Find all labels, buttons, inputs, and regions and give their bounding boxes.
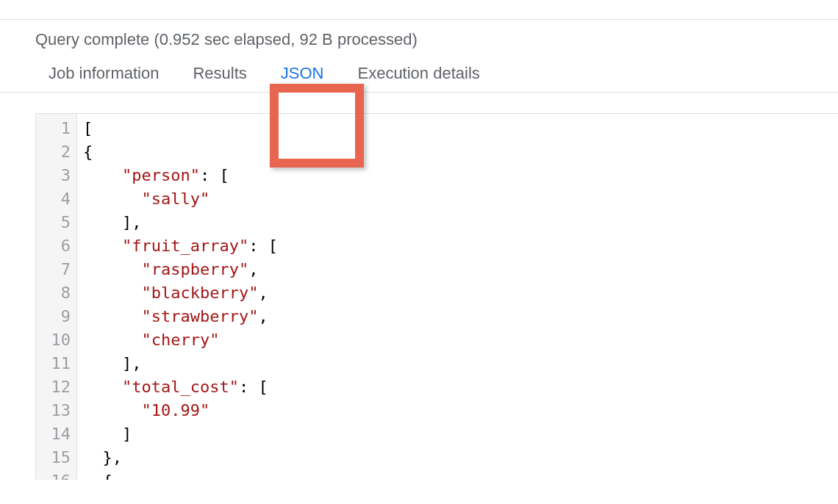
code-line: "sally"	[83, 187, 278, 211]
line-number-gutter: 12345678910111213141516	[36, 114, 77, 480]
tab-json[interactable]: JSON	[268, 57, 337, 92]
code-line: "fruit_array": [	[83, 234, 278, 258]
tab-job-information[interactable]: Job information	[35, 57, 172, 92]
code-line: ]	[83, 422, 278, 446]
code-line: [	[83, 117, 278, 140]
results-tabs: Job information Results JSON Execution d…	[0, 57, 838, 93]
code-line: "strawberry",	[83, 305, 278, 328]
tab-results[interactable]: Results	[179, 57, 259, 92]
code-line: "total_cost": [	[83, 375, 278, 399]
code-line: },	[83, 446, 278, 469]
code-line: "blackberry",	[83, 281, 278, 305]
code-line: ],	[83, 352, 278, 375]
code-line: {	[83, 469, 278, 480]
code-line: "raspberry",	[83, 258, 278, 281]
code-line: "cherry"	[83, 328, 278, 352]
json-editor: 12345678910111213141516 [{ "person": [ "…	[35, 113, 838, 480]
query-status-text: Query complete (0.952 sec elapsed, 92 B …	[0, 20, 838, 57]
code-line: "person": [	[83, 164, 278, 187]
code-line: {	[83, 140, 278, 164]
json-code[interactable]: [{ "person": [ "sally" ], "fruit_array":…	[77, 114, 278, 480]
tab-execution-details[interactable]: Execution details	[344, 57, 493, 92]
code-line: ],	[83, 211, 278, 234]
code-line: "10.99"	[83, 399, 278, 422]
